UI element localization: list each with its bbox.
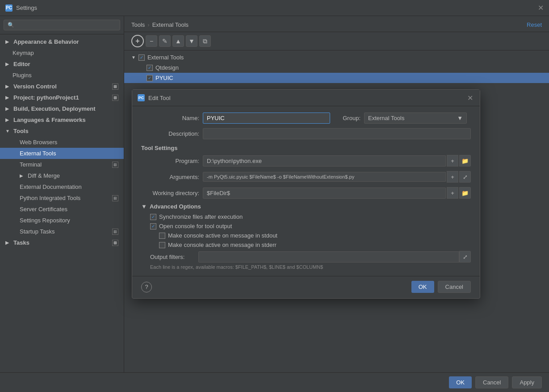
sidebar-item-settings-repo[interactable]: Settings Repository	[0, 215, 124, 226]
make-active-stdout-checkbox[interactable]	[159, 233, 165, 239]
expand-icon: ▶	[5, 95, 11, 100]
item-checkbox[interactable]: ✓	[147, 75, 153, 81]
group-dropdown-icon: ▼	[457, 115, 463, 121]
add-tool-button[interactable]: +	[131, 35, 144, 47]
arguments-expand-button[interactable]: ⤢	[459, 171, 471, 183]
sidebar-item-diff-merge[interactable]: ▶ Diff & Merge	[0, 170, 124, 181]
sidebar-item-web-browsers[interactable]: Web Browsers	[0, 137, 124, 148]
group-select[interactable]: External Tools ▼	[364, 113, 467, 124]
arguments-add-macro-button[interactable]: +	[447, 171, 458, 183]
sidebar-item-server-certs[interactable]: Server Certificates	[0, 204, 124, 215]
main-ok-button[interactable]: OK	[449, 376, 472, 388]
copy-tool-button[interactable]: ⧉	[199, 35, 211, 47]
sidebar-item-external-docs[interactable]: External Documentation	[0, 181, 124, 192]
make-active-stderr-checkbox[interactable]	[159, 242, 165, 248]
group-label: Group:	[334, 115, 360, 121]
working-dir-browse-button[interactable]: 📁	[459, 187, 471, 199]
program-input[interactable]	[203, 155, 446, 167]
sidebar-badge: ⊞	[112, 229, 118, 235]
open-console-checkbox[interactable]	[150, 223, 156, 229]
program-label: Program:	[141, 158, 199, 164]
sidebar-badge: ⊞	[112, 162, 118, 168]
bottom-bar: OK Cancel Apply	[0, 372, 549, 392]
group-checkbox[interactable]: ✓	[138, 54, 145, 61]
breadcrumb-page: External Tools	[152, 21, 189, 28]
help-button[interactable]: ?	[141, 282, 152, 292]
search-input[interactable]	[4, 20, 120, 30]
program-browse-button[interactable]: 📁	[459, 155, 471, 167]
advanced-options-header[interactable]: ▼ Advanced Options	[141, 203, 471, 210]
sidebar-item-label: Startup Tasks	[20, 228, 55, 235]
sync-files-checkbox[interactable]	[150, 214, 156, 220]
title-bar: PC Settings ✕	[0, 0, 549, 16]
sidebar-item-appearance[interactable]: ▶ Appearance & Behavior	[0, 36, 124, 47]
sidebar-item-startup-tasks[interactable]: Startup Tasks ⊞	[0, 226, 124, 237]
open-console-row: Open console for tool output	[150, 223, 471, 229]
advanced-options-section: ▼ Advanced Options Synchronize files aft…	[141, 203, 471, 270]
dialog-cancel-button[interactable]: Cancel	[438, 281, 471, 293]
working-dir-input[interactable]	[203, 188, 446, 199]
sidebar-item-version-control[interactable]: ▶ Version Control ⊞	[0, 81, 124, 92]
arguments-input[interactable]	[203, 172, 446, 182]
sidebar-item-build[interactable]: ▶ Build, Execution, Deployment	[0, 103, 124, 114]
name-label: Name:	[141, 115, 199, 121]
sidebar-item-tools[interactable]: ▼ Tools	[0, 125, 124, 137]
sidebar-item-project[interactable]: ▶ Project: pythonProject1 ⊞	[0, 92, 124, 103]
tree-item-pyuic[interactable]: ✓ PYUIC	[124, 73, 549, 83]
sync-files-label: Synchronize files after execution	[159, 213, 243, 220]
dialog-ok-button[interactable]: OK	[411, 281, 434, 293]
dialog-body: Name: Group: External Tools ▼ Descriptio…	[132, 106, 480, 276]
reset-link[interactable]: Reset	[527, 21, 542, 28]
sidebar-item-keymap[interactable]: Keymap	[0, 47, 124, 58]
group-value: External Tools	[368, 115, 404, 121]
program-add-macro-button[interactable]: +	[447, 155, 458, 167]
sidebar-item-external-tools[interactable]: External Tools	[0, 148, 124, 159]
window-close-button[interactable]: ✕	[538, 4, 544, 12]
main-apply-button[interactable]: Apply	[512, 376, 542, 388]
panel-header: Tools › External Tools Reset	[124, 16, 549, 32]
output-filters-input-group: ⤢	[198, 251, 471, 263]
sidebar-item-tasks[interactable]: ▶ Tasks ⊞	[0, 237, 124, 248]
sidebar-item-python-tools[interactable]: Python Integrated Tools ⊞	[0, 192, 124, 204]
output-filters-input[interactable]	[198, 251, 459, 263]
edit-tool-button[interactable]: ✎	[159, 35, 171, 47]
settings-window: PC Settings ✕ ▶ Appearance & Behavior Ke…	[0, 0, 549, 392]
sidebar-item-label: Web Browsers	[20, 139, 57, 146]
tree-item-qtdesign[interactable]: ✓ Qtdesign	[124, 63, 549, 73]
output-filters-expand-button[interactable]: ⤢	[459, 251, 471, 263]
expand-icon: ▶	[5, 117, 11, 122]
sidebar-item-plugins[interactable]: Plugins	[0, 70, 124, 81]
move-up-button[interactable]: ▲	[172, 35, 184, 47]
edit-tool-dialog: PC Edit Tool ✕ Name: Group: External Too…	[132, 89, 480, 299]
description-input[interactable]	[203, 128, 471, 139]
tree-item-external-tools-group[interactable]: ▼ ✓ External Tools	[124, 52, 549, 63]
sidebar-item-label: Settings Repository	[20, 217, 70, 224]
move-down-button[interactable]: ▼	[186, 35, 197, 47]
sidebar-item-label: Python Integrated Tools	[20, 195, 80, 201]
tree-item-label: Qtdesign	[155, 64, 179, 71]
arguments-input-group: + ⤢	[203, 171, 471, 183]
dialog-close-button[interactable]: ✕	[465, 93, 474, 102]
expand-icon: ▶	[5, 106, 11, 111]
dialog-title: Edit Tool	[148, 95, 171, 101]
sidebar-item-terminal[interactable]: Terminal ⊞	[0, 159, 124, 170]
name-input[interactable]	[203, 113, 330, 124]
expand-icon: ▶	[5, 62, 11, 67]
sidebar-item-label: External Documentation	[20, 183, 82, 190]
main-cancel-button[interactable]: Cancel	[475, 376, 508, 388]
expand-icon: ▶	[5, 84, 11, 89]
sidebar-item-languages[interactable]: ▶ Languages & Frameworks	[0, 114, 124, 125]
macro-hint: Each line is a regex, available macros: …	[150, 264, 471, 270]
remove-tool-button[interactable]: −	[146, 35, 157, 47]
make-active-stdout-label: Make console active on message in stdout	[168, 232, 277, 239]
sidebar-item-editor[interactable]: ▶ Editor	[0, 58, 124, 70]
sidebar-item-label: Editor	[13, 61, 30, 67]
dialog-icon: PC	[138, 94, 145, 101]
sidebar-item-label: Build, Execution, Deployment	[13, 105, 95, 112]
output-filters-label: Output filters:	[150, 254, 195, 260]
working-dir-add-macro-button[interactable]: +	[447, 187, 458, 199]
item-checkbox[interactable]: ✓	[147, 65, 153, 71]
sidebar-item-label: External Tools	[20, 150, 56, 157]
window-title: Settings	[16, 4, 37, 11]
sidebar-tree: ▶ Appearance & Behavior Keymap ▶ Editor …	[0, 34, 124, 372]
